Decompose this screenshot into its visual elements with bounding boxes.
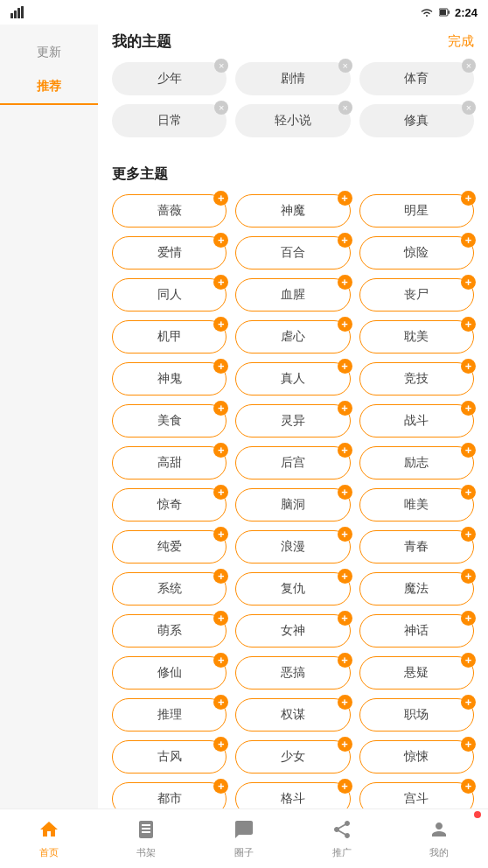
nav-promote[interactable]: 推广 (293, 809, 391, 868)
theme-tag-item[interactable]: +战斗 (359, 404, 474, 438)
my-theme-item[interactable]: 轻小说 (235, 104, 350, 137)
panel-title: 我的主题 (112, 32, 171, 52)
tab-recommend[interactable]: 推荐 (0, 70, 98, 105)
add-dot-icon: + (213, 611, 228, 626)
theme-tag-label: 浪漫 (281, 539, 305, 555)
svg-rect-6 (448, 10, 450, 14)
nav-bookshelf[interactable]: 书架 (98, 809, 196, 868)
my-theme-item[interactable]: 剧情 (235, 62, 350, 95)
theme-tag-item[interactable]: +唯美 (359, 488, 474, 522)
my-themes-grid: 少年 剧情 体育 日常 轻小说 修真 (112, 62, 474, 137)
theme-tag-item[interactable]: +魔法 (359, 572, 474, 606)
theme-tag-label: 耽美 (404, 329, 429, 345)
share-icon (331, 819, 352, 844)
theme-tag-item[interactable]: +耽美 (359, 320, 474, 354)
add-dot-icon: + (338, 275, 352, 290)
theme-tag-item[interactable]: +丧尸 (359, 278, 474, 312)
theme-tag-item[interactable]: +神魔 (235, 194, 350, 228)
add-dot-icon: + (213, 779, 228, 794)
theme-tag-label: 恶搞 (281, 665, 305, 681)
theme-tag-item[interactable]: +明星 (359, 194, 474, 228)
theme-tag-item[interactable]: +虐心 (235, 320, 350, 354)
theme-tag-label: 同人 (157, 287, 182, 303)
theme-tag-item[interactable]: +竞技 (359, 362, 474, 396)
tab-update[interactable]: 更新 (0, 35, 98, 70)
theme-tag-item[interactable]: +神鬼 (112, 362, 227, 396)
nav-mine[interactable]: 我的 (390, 809, 488, 868)
status-left (10, 6, 26, 18)
theme-tag-item[interactable]: +高甜 (112, 446, 227, 480)
theme-tag-label: 后宫 (281, 455, 305, 471)
theme-tag-item[interactable]: +惊悚 (359, 740, 474, 774)
theme-tag-label: 丧尸 (404, 287, 429, 303)
add-dot-icon: + (213, 359, 228, 374)
theme-tag-label: 蔷薇 (157, 203, 182, 219)
theme-tag-item[interactable]: +修仙 (112, 656, 227, 690)
svg-rect-0 (10, 13, 13, 18)
theme-tag-item[interactable]: +蔷薇 (112, 194, 227, 228)
complete-button[interactable]: 完成 (448, 33, 474, 50)
theme-tag-item[interactable]: +血腥 (235, 278, 350, 312)
theme-tag-item[interactable]: +推理 (112, 698, 227, 732)
nav-promote-label: 推广 (332, 846, 352, 859)
add-dot-icon: + (338, 191, 352, 206)
theme-tag-item[interactable]: +少女 (235, 740, 350, 774)
theme-tag-item[interactable]: +美食 (112, 404, 227, 438)
theme-tag-item[interactable]: +恶搞 (235, 656, 350, 690)
nav-circle[interactable]: 圈子 (195, 809, 293, 868)
theme-tag-item[interactable]: +励志 (359, 446, 474, 480)
theme-tag-label: 少女 (281, 749, 305, 765)
theme-tag-item[interactable]: +青春 (359, 530, 474, 564)
theme-tag-item[interactable]: +神话 (359, 614, 474, 648)
left-panel-bg (0, 0, 98, 868)
theme-tag-item[interactable]: +惊险 (359, 236, 474, 270)
theme-tag-label: 女神 (281, 623, 305, 639)
theme-tag-item[interactable]: +职场 (359, 698, 474, 732)
my-theme-item[interactable]: 少年 (112, 62, 227, 95)
add-dot-icon: + (461, 527, 476, 542)
theme-tag-label: 萌系 (157, 623, 182, 639)
add-dot-icon: + (213, 443, 228, 458)
nav-circle-label: 圈子 (234, 846, 254, 859)
my-theme-item[interactable]: 日常 (112, 104, 227, 137)
theme-tag-item[interactable]: +系统 (112, 572, 227, 606)
theme-tag-item[interactable]: +萌系 (112, 614, 227, 648)
add-dot-icon: + (213, 737, 228, 752)
theme-tag-item[interactable]: +同人 (112, 278, 227, 312)
theme-tag-item[interactable]: +悬疑 (359, 656, 474, 690)
nav-home[interactable]: 首页 (0, 809, 98, 868)
theme-tag-item[interactable]: +浪漫 (235, 530, 350, 564)
add-dot-icon: + (338, 695, 352, 710)
nav-home-label: 首页 (39, 846, 59, 859)
add-dot-icon: + (338, 569, 352, 584)
theme-tag-item[interactable]: +爱情 (112, 236, 227, 270)
theme-tag-label: 明星 (404, 203, 429, 219)
theme-tag-item[interactable]: +惊奇 (112, 488, 227, 522)
my-theme-item[interactable]: 修真 (359, 104, 474, 137)
theme-tag-item[interactable]: +灵异 (235, 404, 350, 438)
theme-tag-label: 爱情 (157, 245, 182, 261)
theme-tag-item[interactable]: +复仇 (235, 572, 350, 606)
add-dot-icon: + (461, 191, 476, 206)
theme-tag-item[interactable]: +后宫 (235, 446, 350, 480)
add-dot-icon: + (338, 317, 352, 332)
svg-rect-3 (21, 6, 24, 18)
theme-tag-label: 高甜 (157, 455, 182, 471)
theme-tag-item[interactable]: +机甲 (112, 320, 227, 354)
theme-tag-label: 古风 (157, 749, 182, 765)
user-icon (429, 819, 450, 844)
theme-tag-label: 悬疑 (404, 665, 429, 681)
theme-tag-item[interactable]: +古风 (112, 740, 227, 774)
theme-tag-item[interactable]: +纯爱 (112, 530, 227, 564)
theme-tag-item[interactable]: +女神 (235, 614, 350, 648)
theme-tag-item[interactable]: +权谋 (235, 698, 350, 732)
theme-tag-item[interactable]: +百合 (235, 236, 350, 270)
theme-tag-item[interactable]: +真人 (235, 362, 350, 396)
my-themes-section: 少年 剧情 体育 日常 轻小说 修真 (98, 62, 488, 158)
theme-tag-label: 战斗 (404, 413, 429, 429)
add-dot-icon: + (461, 779, 476, 794)
add-dot-icon: + (338, 485, 352, 500)
theme-tag-label: 宫斗 (404, 791, 429, 807)
theme-tag-item[interactable]: +脑洞 (235, 488, 350, 522)
my-theme-item[interactable]: 体育 (359, 62, 474, 95)
